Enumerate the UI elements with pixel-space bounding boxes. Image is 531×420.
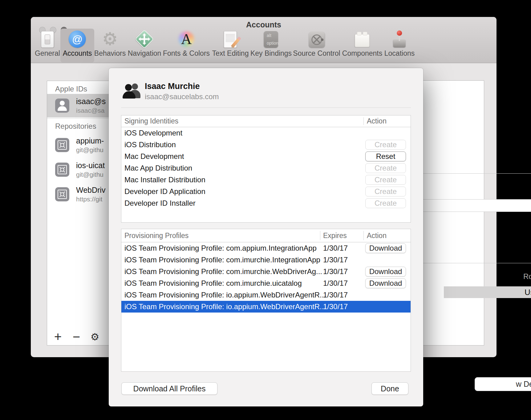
- toolbar-item-label: Behaviors: [94, 49, 126, 58]
- repository-title: appium-: [76, 136, 104, 145]
- create-button[interactable]: Create: [365, 140, 406, 150]
- person-icon: [55, 99, 69, 113]
- toolbar-item-label: Source Control: [293, 49, 340, 58]
- repository-title: WebDriv: [76, 186, 105, 195]
- role-cell[interactable]: User: [444, 286, 531, 298]
- provisioning-profile-row[interactable]: iOS Team Provisioning Profile: com.imurc…: [121, 254, 411, 266]
- repository-subtitle: git@githu: [76, 171, 105, 178]
- screenshot-canvas: Accounts General@Accounts⚙BehaviorsNavig…: [0, 0, 531, 420]
- toolbar-item-fonts-colors[interactable]: AFonts & Colors: [163, 29, 210, 58]
- toolbar-item-navigation[interactable]: Navigation: [128, 29, 161, 58]
- provisioning-profile-row[interactable]: iOS Team Provisioning Profile: com.appiu…: [121, 242, 411, 254]
- download-button[interactable]: Download: [365, 243, 406, 253]
- provisioning-profile-row[interactable]: iOS Team Provisioning Profile: com.imurc…: [121, 277, 411, 289]
- repository-subtitle: https://git: [76, 196, 105, 203]
- toolbar-item-locations[interactable]: Locations: [384, 29, 415, 58]
- provisioning-rows: iOS Team Provisioning Profile: com.appiu…: [121, 242, 411, 313]
- toolbar-item-behaviors[interactable]: ⚙Behaviors: [94, 29, 126, 58]
- toolbar-item-label: Accounts: [63, 49, 92, 58]
- sidebar-controls: + − ⚙: [52, 330, 101, 344]
- signing-identity-row[interactable]: Mac DevelopmentReset: [121, 151, 411, 162]
- team-avatar-icon: [123, 83, 140, 99]
- text-editing-icon: [224, 29, 237, 48]
- create-button[interactable]: Create: [365, 198, 406, 208]
- locations-icon: [393, 29, 406, 48]
- vault-icon: [55, 163, 69, 177]
- provisioning-profile-label: iOS Team Provisioning Profile: com.imurc…: [121, 254, 411, 266]
- vault-icon: [55, 138, 69, 152]
- signing-identities-column-header: Signing Identities: [121, 117, 178, 125]
- behaviors-gear-icon: ⚙: [102, 29, 118, 48]
- toolbar-item-label: Components: [342, 49, 382, 58]
- download-button[interactable]: Download: [365, 278, 406, 288]
- toolbar-item-accounts[interactable]: @Accounts: [63, 29, 92, 58]
- download-all-profiles-button[interactable]: Download All Profiles: [121, 382, 217, 395]
- action-column-header: Action: [367, 229, 387, 242]
- provisioning-profile-row[interactable]: iOS Team Provisioning Profile: com.imurc…: [121, 266, 411, 277]
- signing-identity-row[interactable]: Mac Installer DistributionCreate: [121, 174, 411, 186]
- add-account-button[interactable]: +: [52, 330, 64, 344]
- apple-id-title: isaac@s: [76, 97, 106, 106]
- done-button[interactable]: Done: [371, 382, 408, 395]
- remove-account-button[interactable]: −: [71, 330, 82, 344]
- repositories-header: Repositories: [55, 122, 96, 131]
- create-button[interactable]: Create: [365, 175, 406, 185]
- toolbar-item-label: General: [35, 49, 60, 58]
- expires-value: 1/30/17: [323, 266, 348, 277]
- signing-rows: iOS DevelopmentiOS DistributionCreateMac…: [121, 127, 411, 209]
- signing-identity-row[interactable]: iOS Development: [121, 127, 411, 139]
- expires-column-header: Expires: [323, 229, 347, 242]
- toolbar-item-key-bindings[interactable]: altoptionKey Bindings: [250, 29, 292, 58]
- components-icon: [355, 29, 370, 48]
- view-details-button[interactable]: w Details...: [475, 377, 531, 391]
- source-control-icon: [309, 29, 325, 48]
- provisioning-profile-row-selected[interactable]: iOS Team Provisioning Profile: io.appium…: [121, 301, 411, 313]
- column-divider: [320, 231, 320, 240]
- column-divider: [363, 231, 364, 240]
- column-divider: [363, 117, 364, 125]
- role-column-header: Role: [523, 272, 531, 281]
- fonts-colors-icon: A: [178, 29, 195, 48]
- expires-value: 1/30/17: [323, 301, 348, 313]
- expires-value: 1/30/17: [323, 242, 348, 254]
- provisioning-profile-row[interactable]: iOS Team Provisioning Profile: io.appium…: [121, 289, 411, 301]
- repository-subtitle: git@githu: [76, 146, 104, 154]
- signing-identity-label: iOS Development: [121, 127, 411, 139]
- navigation-icon: [138, 29, 151, 48]
- signing-identity-row[interactable]: Developer ID ApplicationCreate: [121, 186, 411, 197]
- expires-value: 1/30/17: [323, 289, 348, 301]
- toolbar-item-components[interactable]: Components: [342, 29, 382, 58]
- provisioning-profile-label: iOS Team Provisioning Profile: io.appium…: [121, 301, 411, 313]
- toolbar-item-label: Locations: [384, 49, 415, 58]
- window-title: Accounts: [31, 20, 497, 29]
- provisioning-profiles-table: Provisioning Profiles Expires Action iOS…: [121, 229, 411, 372]
- toolbar-item-text-editing[interactable]: Text Editing: [212, 29, 249, 58]
- signing-table-header: Signing Identities Action: [121, 115, 411, 127]
- signing-identity-row[interactable]: iOS DistributionCreate: [121, 139, 411, 151]
- account-details-sheet: Isaac Murchie isaac@saucelabs.com Signin…: [109, 68, 423, 406]
- expires-value: 1/30/17: [323, 254, 348, 266]
- provisioning-profiles-column-header: Provisioning Profiles: [121, 232, 188, 240]
- reset-button[interactable]: Reset: [365, 151, 406, 161]
- toolbar-item-label: Navigation: [128, 49, 161, 58]
- general-icon: [41, 29, 54, 48]
- download-button[interactable]: Download: [365, 267, 406, 277]
- signing-identity-row[interactable]: Developer ID InstallerCreate: [121, 197, 411, 209]
- provisioning-table-header: Provisioning Profiles Expires Action: [121, 229, 411, 242]
- sheet-divider: [121, 107, 411, 108]
- create-button[interactable]: Create: [365, 187, 406, 196]
- expires-value: 1/30/17: [323, 277, 348, 289]
- gear-icon[interactable]: ⚙: [89, 330, 101, 344]
- toolbar-item-label: Key Bindings: [250, 49, 292, 58]
- signing-identities-table: Signing Identities Action iOS Developmen…: [121, 115, 411, 223]
- key-bindings-icon: altoption: [264, 29, 278, 48]
- repository-title: ios-uicat: [76, 161, 105, 170]
- create-button[interactable]: Create: [365, 163, 406, 173]
- signing-identity-row[interactable]: Mac App DistributionCreate: [121, 162, 411, 174]
- toolbar-item-general[interactable]: General: [35, 29, 60, 58]
- vault-icon: [55, 187, 69, 201]
- account-name: Isaac Murchie: [145, 82, 200, 91]
- accounts-icon: @: [69, 29, 86, 48]
- toolbar-item-source-control[interactable]: Source Control: [293, 29, 340, 58]
- action-column-header: Action: [367, 115, 387, 127]
